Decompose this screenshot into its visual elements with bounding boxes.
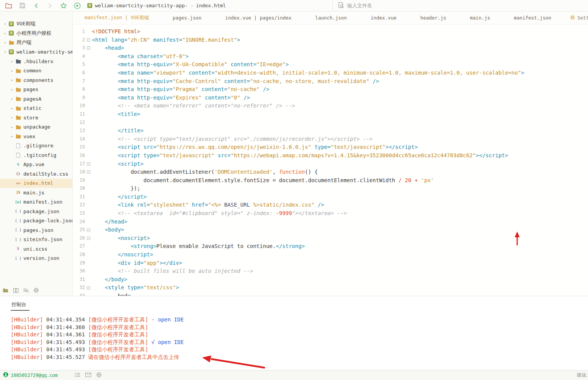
tree-item-[interactable]: ▸用户端 — [0, 38, 72, 47]
tab-manifest-json-vue[interactable]: manifest.json | VUE前端 — [73, 11, 161, 24]
tree-item-package-lock-json[interactable]: [ ]package-lock.json — [0, 216, 72, 226]
code-line-24[interactable]: 24 </head> — [73, 218, 588, 226]
mail-icon[interactable] — [85, 373, 91, 378]
code-line-15[interactable]: 15 <script src="https://res.wx.qq.com/op… — [73, 143, 588, 152]
code-line-32[interactable]: 32− <style type="text/css"> — [73, 284, 588, 292]
search-list-icon[interactable] — [23, 287, 29, 294]
tree-item-main-js[interactable]: JSmain.js — [0, 188, 72, 197]
tree-item-pagesa[interactable]: ▸pagesA — [0, 94, 72, 104]
code-line-31[interactable]: 31 </body> — [73, 276, 588, 284]
tree-item-package-json[interactable]: [ ]package.json — [0, 207, 72, 216]
save-icon[interactable] — [18, 2, 26, 10]
tree-item-hbuilderx[interactable]: ▸.hbuilderx — [0, 57, 72, 66]
code-editor[interactable]: 1<!DOCTYPE html>2−<html lang="zh-CN" man… — [73, 24, 588, 296]
code-line-1[interactable]: 1<!DOCTYPE html> — [73, 28, 588, 36]
chevron-right-icon[interactable]: ▸ — [9, 134, 15, 138]
code-line-17[interactable]: 17− <script> — [73, 160, 588, 168]
code-line-29[interactable]: 29 <div id="app"></div> — [73, 259, 588, 267]
code-line-2[interactable]: 2−<html lang="zh-CN" manifest="IGNORE.ma… — [73, 36, 588, 44]
code-line-28[interactable]: 28 </noscript> — [73, 251, 588, 259]
chevron-right-icon[interactable]: ▸ — [2, 22, 8, 26]
panes-icon[interactable] — [13, 287, 18, 294]
fold-marker-icon[interactable]: − — [85, 44, 92, 52]
code-line-11[interactable]: 11 <title> — [73, 110, 588, 119]
tree-item-tgitconfig[interactable]: .tgitconfig — [0, 150, 72, 160]
fold-marker-icon[interactable]: − — [85, 168, 92, 176]
tab-settings[interactable]: Settings.json — [563, 15, 588, 21]
code-line-22[interactable]: 22 <link rel="stylesheet" href="<%= BASE… — [73, 201, 588, 209]
tab-index-vue-pages-index[interactable]: index.vue | pages/index — [213, 11, 303, 24]
fold-marker-icon[interactable]: − — [85, 226, 92, 234]
tab-manifest-json[interactable]: manifest.json — [502, 11, 563, 24]
code-line-18[interactable]: 18− document.addEventListener('DOMConten… — [73, 168, 588, 176]
code-line-6[interactable]: 6 <meta name="viewport" content="width=d… — [73, 69, 588, 77]
globe-icon[interactable] — [34, 287, 39, 294]
code-line-9[interactable]: 9 <meta http-equiv="Expires" content="0"… — [73, 94, 588, 102]
code-line-5[interactable]: 5 <meta http-equiv="X-UA-Compatible" con… — [73, 60, 588, 69]
tree-item-version-json[interactable]: [ ]version.json — [0, 254, 72, 263]
code-line-33[interactable]: 33 body, — [73, 292, 588, 296]
code-line-3[interactable]: 3− <head> — [73, 44, 588, 52]
tree-item-[interactable]: ▸U小程序用户授权 — [0, 29, 72, 38]
tree-item-detailstyle-css[interactable]: {}detailStyle.css — [0, 169, 72, 179]
chevron-right-icon[interactable]: ▸ — [9, 59, 15, 63]
forward-icon[interactable] — [46, 2, 54, 10]
tree-item-manifest-json[interactable]: [o]manifest.json — [0, 197, 72, 207]
tree-item-common[interactable]: ▸common — [0, 66, 72, 76]
tree-item-index-html[interactable]: <>index.html — [0, 179, 72, 188]
chevron-right-icon[interactable]: ▸ — [9, 69, 15, 73]
code-line-16[interactable]: 16 <script type="text/javascript" src="h… — [73, 152, 588, 160]
chevron-right-icon[interactable]: ▸ — [9, 88, 15, 91]
code-line-19[interactable]: 19 document.documentElement.style.fontSi… — [73, 176, 588, 185]
tab-pages-json[interactable]: pages.json — [161, 11, 213, 24]
tab-launch-json[interactable]: launch.json — [303, 11, 359, 24]
chevron-right-icon[interactable]: ▸ — [9, 78, 15, 82]
bookmark-star-icon[interactable] — [60, 2, 67, 10]
tree-item-app-vue[interactable]: VApp.vue — [0, 160, 72, 170]
code-line-26[interactable]: 26− <noscript> — [73, 234, 588, 243]
syntax-label[interactable]: 语法: — [577, 372, 588, 378]
breadcrumb-project[interactable]: weliam-smartcity-smartcity-app- — [95, 3, 188, 8]
code-line-8[interactable]: 8 <meta http-equiv="Pragma" content="no-… — [73, 85, 588, 94]
code-line-30[interactable]: 30 <!-- built files will be auto injecte… — [73, 267, 588, 276]
share-globe-icon[interactable] — [96, 372, 101, 378]
tree-item-pages[interactable]: ▸pages — [0, 85, 72, 95]
chevron-right-icon[interactable]: ▸ — [9, 116, 15, 119]
code-line-7[interactable]: 7 <meta http-equiv="Cache-Control" conte… — [73, 77, 588, 86]
breadcrumb-file[interactable]: index.html — [196, 3, 226, 8]
tree-item-weliam-smartcity-smart[interactable]: ▾Uweliam-smartcity-smart... — [0, 47, 72, 57]
filename-search[interactable]: 输入文件名 — [332, 1, 588, 10]
tree-item-vuex[interactable]: ▸vuex — [0, 132, 72, 141]
fold-marker-icon[interactable]: − — [85, 234, 92, 243]
run-icon[interactable] — [74, 2, 81, 10]
account-area[interactable]: 1085052729@qq.com — [0, 372, 58, 378]
back-icon[interactable] — [32, 2, 40, 10]
chevron-down-icon[interactable]: ▾ — [2, 50, 8, 54]
code-line-14[interactable]: 14 <!-- <script type="text/javascript" s… — [73, 135, 588, 144]
code-line-27[interactable]: 27 <strong>Please enable JavaScript to c… — [73, 242, 588, 251]
console-tab[interactable]: 控制台 — [11, 301, 29, 311]
chevron-right-icon[interactable]: ▸ — [2, 41, 8, 44]
account-email[interactable]: 1085052729@qq.com — [11, 373, 58, 378]
code-line-20[interactable]: 20 }); — [73, 184, 588, 193]
tab-main-js[interactable]: main.js — [458, 11, 502, 24]
code-line-21[interactable]: 21 </script> — [73, 193, 588, 201]
tree-item-uni-scss[interactable]: Suni.scss — [0, 244, 72, 254]
open-folder-icon[interactable] — [5, 2, 12, 10]
tab-index-vue[interactable]: index.vue — [359, 11, 408, 24]
tree-item-pages-json[interactable]: [ ]pages.json — [0, 225, 72, 235]
tree-item-siteinfo-json[interactable]: [ ]siteinfo.json — [0, 235, 72, 245]
tree-item-unpackage[interactable]: ▸unpackage — [0, 122, 72, 132]
search-input[interactable]: 输入文件名 — [347, 2, 372, 9]
chevron-right-icon[interactable]: ▸ — [2, 31, 8, 35]
chevron-right-icon[interactable]: ▸ — [9, 125, 15, 129]
fold-marker-icon[interactable]: − — [85, 284, 92, 292]
tree-item-static[interactable]: ▸static — [0, 104, 72, 113]
chevron-right-icon[interactable]: ▸ — [9, 97, 15, 101]
code-line-4[interactable]: 4 <meta charset="utf-8"> — [73, 52, 588, 61]
code-line-25[interactable]: 25− <body> — [73, 226, 588, 234]
code-line-10[interactable]: 10 <!-- <meta name="referrer" content="n… — [73, 102, 588, 110]
tree-item-vue[interactable]: ▸UVUE前端 — [0, 19, 72, 29]
tree-item-store[interactable]: ▸store — [0, 113, 72, 122]
code-line-13[interactable]: 13 </title> — [73, 127, 588, 135]
